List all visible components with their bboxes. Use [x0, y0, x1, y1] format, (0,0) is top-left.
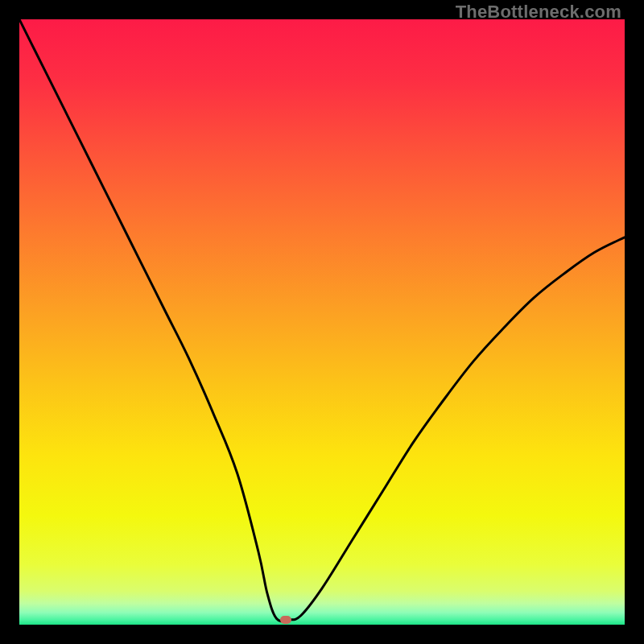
watermark-text: TheBottleneck.com — [456, 2, 621, 23]
plot-area — [19, 19, 625, 625]
chart-frame: TheBottleneck.com — [0, 0, 644, 644]
optimal-point-marker — [280, 616, 291, 624]
bottleneck-curve — [19, 19, 625, 625]
